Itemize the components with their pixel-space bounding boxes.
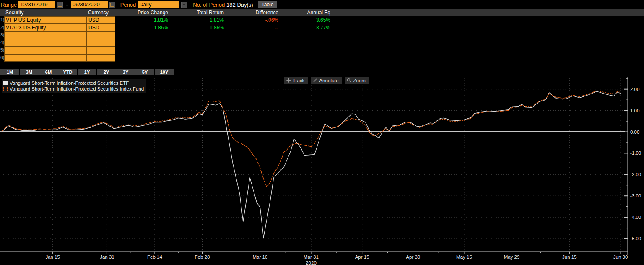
- series-line-etf: [2, 91, 621, 238]
- chart-legend: Vanguard Short-Term Inflation-Protected …: [2, 79, 146, 93]
- annual-eq-value: 3.65%: [280, 16, 330, 24]
- column-header-price-change[interactable]: Price Change: [138, 10, 168, 16]
- x-tick-label: May 15: [456, 255, 472, 260]
- comp-screen: Range 12/31/2019 - 06/30/2020 Period Dai…: [0, 0, 644, 265]
- column-header-annual-eq[interactable]: Annual Eq: [307, 10, 330, 16]
- currency-input[interactable]: [87, 54, 115, 62]
- x-tick-label: Feb 14: [147, 255, 162, 260]
- difference-value: -.06%: [226, 16, 278, 24]
- x-tick-label: Jan 15: [45, 255, 60, 260]
- y-tick-label: -4.00: [630, 215, 641, 220]
- period-dropdown-button[interactable]: [181, 2, 187, 8]
- calendar-icon: [58, 3, 62, 7]
- row-number: 2): [0, 25, 4, 30]
- range-button-10y[interactable]: 10Y: [155, 69, 174, 75]
- row-number: 1): [0, 18, 4, 22]
- period-select[interactable]: Daily: [138, 1, 179, 8]
- security-input[interactable]: VTAPX US Equity: [4, 24, 87, 31]
- range-button-2y[interactable]: 2Y: [97, 69, 116, 75]
- chart-plot-area[interactable]: 2.001.000.00-1.00-2.00-3.00-4.00-5.00Jan…: [0, 76, 644, 265]
- orange-dashed-swatch-icon: [3, 87, 8, 91]
- range-button-1m[interactable]: 1M: [0, 69, 19, 75]
- annotate-button-label: Annotate: [319, 78, 338, 83]
- currency-input[interactable]: USD: [87, 24, 115, 31]
- y-tick-label: -5.00: [630, 236, 641, 241]
- annotate-button[interactable]: Annotate: [311, 77, 342, 84]
- column-header-currency[interactable]: Currency: [88, 10, 109, 16]
- range-button-3y[interactable]: 3Y: [116, 69, 135, 75]
- track-move-icon: [286, 78, 291, 83]
- x-axis-year-label: 2020: [306, 260, 317, 265]
- annotate-pencil-icon: [313, 78, 317, 83]
- legend-item-etf: Vanguard Short-Term Inflation-Protected …: [3, 80, 144, 86]
- column-header-total-return[interactable]: Total Return: [197, 10, 224, 16]
- x-tick-label: Feb 28: [195, 255, 210, 260]
- price-change-value: 1.86%: [115, 24, 168, 31]
- y-tick-label: 2.00: [630, 87, 639, 92]
- range-button-1y[interactable]: 1Y: [78, 69, 96, 75]
- end-date-input[interactable]: 06/30/2020: [71, 1, 108, 8]
- start-date-input[interactable]: 12/31/2019: [18, 1, 55, 8]
- period-label: Period: [120, 2, 136, 8]
- total-return-value: 1.86%: [170, 24, 224, 31]
- table-row: 4): [0, 39, 644, 47]
- track-button[interactable]: Track: [284, 77, 308, 84]
- legend-label: Vanguard Short-Term Inflation-Protected …: [10, 81, 129, 86]
- securities-table: SecurityCurrencyPrice ChangeTotal Return…: [0, 9, 644, 67]
- table-row: 6): [0, 54, 644, 62]
- calendar-icon: [110, 3, 114, 7]
- white-solid-swatch-icon: [3, 81, 8, 85]
- security-input[interactable]: [4, 54, 87, 62]
- legend-item-index-fund: Vanguard Short-Term Inflation-Protected …: [3, 86, 144, 92]
- annual-eq-value: 3.77%: [280, 24, 330, 31]
- num-period-label: No. of Period: [193, 2, 225, 8]
- table-row: 5): [0, 47, 644, 54]
- zoom-magnifier-icon: [347, 78, 351, 83]
- row-number: 4): [0, 40, 4, 45]
- column-header-security[interactable]: Security: [5, 10, 23, 16]
- comparison-chart: 2.001.000.00-1.00-2.00-3.00-4.00-5.00Jan…: [0, 76, 644, 265]
- price-change-value: 1.81%: [115, 16, 168, 24]
- y-tick-label: 1.00: [630, 108, 639, 113]
- currency-input[interactable]: USD: [87, 16, 115, 24]
- security-input[interactable]: VTIP US Equity: [4, 16, 87, 24]
- security-input[interactable]: [4, 39, 87, 47]
- y-tick-label: 0.00: [630, 130, 639, 135]
- x-tick-label: Jun 30: [613, 255, 628, 260]
- security-input[interactable]: [4, 31, 87, 39]
- zoom-button-label: Zoom: [353, 78, 365, 83]
- table-header-row: SecurityCurrencyPrice ChangeTotal Return…: [0, 9, 644, 16]
- time-range-bar: 1M3M6MYTD1Y2Y3Y5Y10Y: [0, 69, 174, 75]
- date-range-separator: -: [65, 2, 69, 8]
- x-tick-label: Mar 16: [252, 255, 267, 260]
- x-tick-label: Apr 15: [355, 255, 369, 260]
- y-tick-label: -3.00: [630, 193, 641, 198]
- range-button-5y[interactable]: 5Y: [135, 69, 154, 75]
- end-date-calendar-button[interactable]: [109, 2, 115, 8]
- y-tick-label: -2.00: [630, 172, 641, 177]
- table-button[interactable]: Table: [258, 1, 277, 8]
- row-number: 6): [0, 55, 4, 60]
- range-button-6m[interactable]: 6M: [39, 69, 58, 75]
- track-button-label: Track: [293, 78, 304, 83]
- table-row: 1)VTIP US EquityUSD1.81%1.81%-.06%3.65%: [0, 16, 644, 24]
- range-button-ytd[interactable]: YTD: [58, 69, 77, 75]
- table-row: 3): [0, 31, 644, 39]
- column-header-difference[interactable]: Difference: [256, 10, 278, 16]
- row-number: 3): [0, 33, 4, 37]
- legend-label: Vanguard Short-Term Inflation-Protected …: [10, 86, 144, 91]
- start-date-calendar-button[interactable]: [57, 2, 63, 8]
- x-tick-label: Mar 31: [304, 255, 319, 260]
- zoom-button[interactable]: Zoom: [345, 77, 369, 84]
- currency-input[interactable]: [87, 31, 115, 39]
- x-tick-label: Apr 30: [406, 255, 420, 260]
- currency-input[interactable]: [87, 39, 115, 47]
- range-button-3m[interactable]: 3M: [20, 69, 39, 75]
- security-input[interactable]: [4, 47, 87, 54]
- x-tick-label: May 29: [504, 255, 520, 260]
- x-tick-label: Jan 31: [100, 255, 114, 260]
- range-label: Range: [1, 2, 17, 8]
- currency-input[interactable]: [87, 47, 115, 54]
- y-tick-label: -1.00: [630, 151, 641, 156]
- difference-value: --: [226, 24, 278, 31]
